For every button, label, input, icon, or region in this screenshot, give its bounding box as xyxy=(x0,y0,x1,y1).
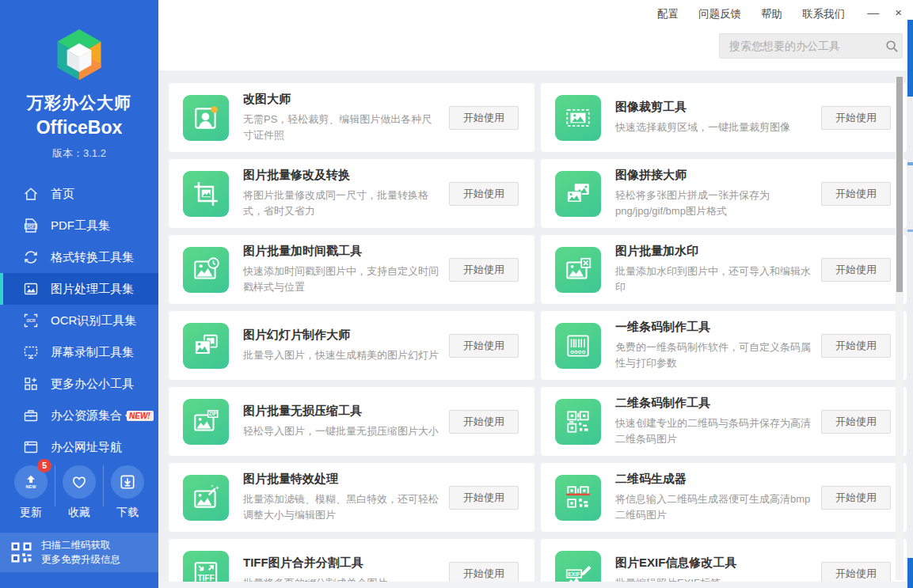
tool-card: 改图大师无需PS，轻松裁剪、编辑图片做出各种尺寸证件照开始使用 xyxy=(169,83,534,152)
start-use-button[interactable]: 开始使用 xyxy=(449,486,519,510)
search-icon[interactable] xyxy=(881,40,902,53)
collage-icon xyxy=(555,171,601,217)
sidebar-item-7[interactable]: 办公资源集合NEW! xyxy=(0,400,158,431)
edge-segment xyxy=(907,230,913,232)
sidebar-item-label: 首页 xyxy=(51,187,74,202)
menu-item-2[interactable]: 帮助 xyxy=(761,7,782,21)
app-name: 万彩办公大师 xyxy=(0,92,158,114)
tool-text: 图片批量加水印批量添加水印到图片中，还可导入和编辑水印 xyxy=(615,244,813,295)
svg-text:TIFF: TIFF xyxy=(197,573,214,582)
tool-title: 图片批量特效处理 xyxy=(243,472,441,487)
download-button[interactable]: 下载 xyxy=(105,465,150,520)
zip-photo-icon: ZIP xyxy=(183,399,229,445)
menu-item-1[interactable]: 问题反馈 xyxy=(698,7,741,21)
sidebar-item-4[interactable]: OCROCR识别工具集 xyxy=(0,305,158,336)
edge-segment xyxy=(907,558,913,588)
sidebar-nav: 首页PDFPDF工具集格式转换工具集图片处理工具集OCROCR识别工具集屏幕录制… xyxy=(0,178,158,463)
app-logo xyxy=(0,0,158,81)
svg-text:OCR: OCR xyxy=(26,318,36,323)
start-use-button[interactable]: 开始使用 xyxy=(449,258,519,282)
sidebar-item-label: 图片处理工具集 xyxy=(51,282,134,297)
tool-title: 一维条码制作工具 xyxy=(615,320,813,335)
start-use-button[interactable]: 开始使用 xyxy=(449,562,519,582)
quick-actions: 5 NEW 更新 收藏 xyxy=(0,465,158,520)
heart-icon xyxy=(63,465,96,499)
svg-text:EXIF: EXIF xyxy=(568,571,580,576)
start-use-button[interactable]: 开始使用 xyxy=(449,410,519,434)
tool-title: 图片批量修改及转换 xyxy=(243,168,441,183)
tool-text: 图片批量无损压缩工具轻松导入图片，一键批量无损压缩图片大小 xyxy=(243,404,441,439)
update-button[interactable]: 5 NEW 更新 xyxy=(9,465,53,520)
tool-title: 图像拼接大师 xyxy=(615,168,813,183)
sidebar-item-label: 更多办公小工具 xyxy=(51,377,134,392)
edge-segment xyxy=(907,0,913,20)
convert-icon xyxy=(22,248,40,266)
favorite-button[interactable]: 收藏 xyxy=(57,465,101,520)
divider xyxy=(103,465,104,506)
tool-card: 二维条码制作工具快速创建专业的二维码与条码并保存为高清二维条码图片开始使用 xyxy=(541,387,907,456)
qrcode-icon xyxy=(555,399,601,445)
start-use-button[interactable]: 开始使用 xyxy=(821,562,891,582)
app-window: 万彩办公大师 OfficeBox 版本：3.1.2 首页PDFPDF工具集格式转… xyxy=(0,0,913,588)
tool-card: 二维码生成器将信息输入二维码生成器便可生成高清bmp二维码图片开始使用 xyxy=(541,463,907,532)
new-badge: NEW! xyxy=(127,411,154,421)
avatar-photo-icon xyxy=(183,95,229,141)
tool-card: 图像裁剪工具快速选择裁剪区域，一键批量裁剪图像开始使用 xyxy=(541,83,907,152)
sidebar-item-0[interactable]: 首页 xyxy=(0,178,158,210)
tool-text: TIFF图片合并分割工具批量将多页的tiff分割成单个图片 xyxy=(243,556,441,582)
tool-text: 二维码生成器将信息输入二维码生成器便可生成高清bmp二维码图片 xyxy=(615,472,813,523)
slideshow-photo-icon xyxy=(183,323,229,369)
search-box xyxy=(719,33,903,59)
start-use-button[interactable]: 开始使用 xyxy=(449,182,519,206)
close-button[interactable]: × xyxy=(895,5,902,21)
start-use-button[interactable]: 开始使用 xyxy=(821,486,891,510)
tool-card: TIFFTIFF图片合并分割工具批量将多页的tiff分割成单个图片开始使用 xyxy=(169,539,534,582)
start-use-button[interactable]: 开始使用 xyxy=(821,258,891,282)
tool-description: 快速添加时间戳到图片中，支持自定义时间戳样式与位置 xyxy=(243,264,441,295)
sidebar-item-label: 格式转换工具集 xyxy=(51,250,134,265)
menu-item-3[interactable]: 联系我们 xyxy=(802,7,845,21)
screen-icon xyxy=(22,343,40,361)
svg-text:PDF: PDF xyxy=(27,225,34,229)
image-icon xyxy=(22,280,40,298)
pdf-icon: PDF xyxy=(22,217,40,234)
sidebar-item-3[interactable]: 图片处理工具集 xyxy=(0,273,158,305)
sidebar: 万彩办公大师 OfficeBox 版本：3.1.2 首页PDFPDF工具集格式转… xyxy=(0,0,158,588)
tool-text: 二维条码制作工具快速创建专业的二维码与条码并保存为高清二维条码图片 xyxy=(615,396,813,447)
start-use-button[interactable]: 开始使用 xyxy=(449,334,519,358)
qr-upgrade-panel[interactable]: 扫描二维码获取 更多免费升级信息 xyxy=(0,533,158,572)
tool-text: 图像裁剪工具快速选择裁剪区域，一键批量裁剪图像 xyxy=(615,100,813,135)
sidebar-item-6[interactable]: 更多办公小工具 xyxy=(0,368,158,400)
app-subtitle: OfficeBox xyxy=(0,117,158,138)
tool-text: 一维条码制作工具免费的一维条码制作软件，可自定义条码属性与打印参数 xyxy=(615,320,813,371)
tool-description: 批量添加滤镜、模糊、黑白特效，还可轻松调整大小与编辑图片 xyxy=(243,491,441,523)
tool-text: 改图大师无需PS，轻松裁剪、编辑图片做出各种尺寸证件照 xyxy=(243,92,441,143)
vertical-scrollbar[interactable] xyxy=(896,77,903,580)
download-icon xyxy=(111,465,144,499)
minimize-button[interactable]: — xyxy=(867,5,879,21)
tool-text: 图片批量修改及转换将图片批量修改成同一尺寸，批量转换格式，省时又省力 xyxy=(243,168,441,219)
tiff-icon: TIFF xyxy=(183,551,229,582)
sidebar-item-2[interactable]: 格式转换工具集 xyxy=(0,241,158,273)
sidebar-item-5[interactable]: 屏幕录制工具集 xyxy=(0,336,158,368)
start-use-button[interactable]: 开始使用 xyxy=(821,106,891,130)
tool-title: 图片批量加时间戳工具 xyxy=(243,244,441,259)
tool-title: 图片批量无损压缩工具 xyxy=(243,404,441,419)
menu-item-0[interactable]: 配置 xyxy=(657,7,679,21)
tool-card: EXIF图片EXIF信息修改工具批量编辑照片EXIF标签开始使用 xyxy=(541,539,907,582)
scrollbar-thumb[interactable] xyxy=(896,77,903,292)
ocr-icon: OCR xyxy=(22,312,40,329)
start-use-button[interactable]: 开始使用 xyxy=(449,106,519,130)
start-use-button[interactable]: 开始使用 xyxy=(821,182,891,206)
sidebar-item-8[interactable]: 办公网址导航 xyxy=(0,431,158,463)
sidebar-item-label: PDF工具集 xyxy=(51,218,110,233)
tool-description: 将图片批量修改成同一尺寸，批量转换格式，省时又省力 xyxy=(243,188,441,219)
crop-dashed-icon xyxy=(555,95,601,141)
tool-description: 快速创建专业的二维码与条码并保存为高清二维条码图片 xyxy=(615,415,813,447)
sidebar-item-1[interactable]: PDFPDF工具集 xyxy=(0,210,158,241)
start-use-button[interactable]: 开始使用 xyxy=(821,410,891,434)
tool-title: 二维条码制作工具 xyxy=(615,396,813,411)
search-input[interactable] xyxy=(720,40,881,52)
start-use-button[interactable]: 开始使用 xyxy=(821,334,891,358)
tool-description: 免费的一维条码制作软件，可自定义条码属性与打印参数 xyxy=(615,340,813,371)
